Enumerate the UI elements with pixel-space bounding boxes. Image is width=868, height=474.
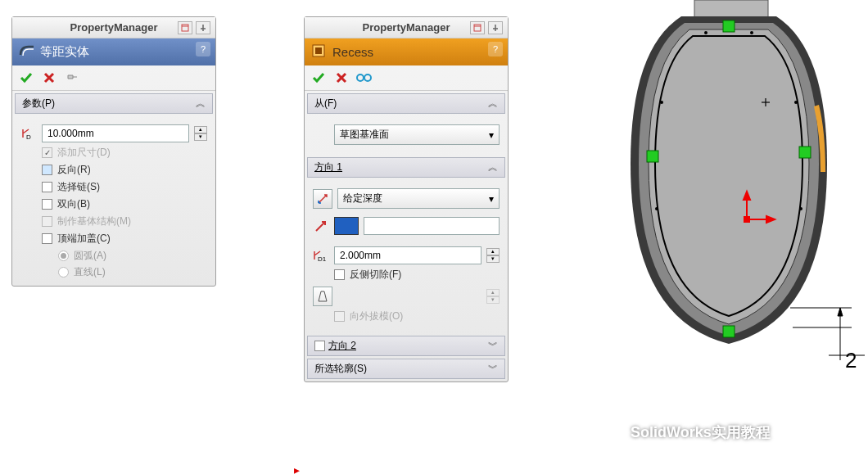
arc-radio-row: 圆弧(A)	[58, 249, 207, 263]
depth-icon: D1	[313, 249, 329, 262]
feature-title: 等距实体	[40, 44, 89, 60]
base-row: 制作基体结构(M)	[42, 214, 207, 228]
svg-point-15	[655, 207, 658, 210]
reverse-row[interactable]: 反向(R)	[42, 163, 207, 177]
draft-outward-checkbox	[334, 311, 345, 322]
select-chain-row[interactable]: 选择链(S)	[42, 180, 207, 194]
svg-point-13	[660, 101, 663, 104]
feature-title-bar: Recess ?	[305, 38, 508, 65]
dimension-value: 2	[845, 348, 857, 373]
dir1-body: 给定深度 ▾ D1 ▴▾ 反侧切除(F) ▴▾ 向外拔模(O)	[305, 180, 508, 333]
pm-title: PropertyManager	[70, 21, 158, 34]
svg-rect-19	[799, 147, 811, 158]
preview-button[interactable]	[355, 69, 373, 87]
svg-rect-20	[723, 326, 735, 337]
cancel-button[interactable]	[332, 69, 350, 87]
reverse-direction-button[interactable]	[313, 189, 332, 209]
pushpin-button[interactable]	[63, 69, 81, 87]
pm-header: PropertyManager	[305, 17, 508, 38]
chevron-down-icon: ▾	[489, 193, 494, 205]
collapse-icon: ︽	[488, 160, 498, 174]
help-button[interactable]: ?	[488, 42, 503, 56]
line-radio	[58, 267, 69, 278]
feature-title: Recess	[332, 45, 373, 59]
contour-header[interactable]: 所选轮廓(S) ︾	[307, 359, 505, 379]
cap-checkbox[interactable]	[42, 233, 52, 244]
dir2-header[interactable]: 方向 2 ︾	[307, 336, 505, 356]
depth-input[interactable]	[334, 246, 481, 264]
pm-header: PropertyManager	[12, 17, 215, 38]
base-checkbox	[42, 216, 52, 227]
offset-entities-panel: PropertyManager 等距实体 ? 参数(P) ︽ D ▴▾ 添加尺寸…	[11, 16, 216, 287]
draft-button[interactable]	[313, 287, 332, 306]
chevron-down-icon: ▾	[489, 129, 494, 141]
svg-rect-0	[182, 25, 188, 31]
svg-point-37	[617, 433, 618, 435]
dir1-header[interactable]: 方向 1 ︽	[307, 157, 505, 178]
svg-point-12	[750, 31, 753, 34]
pin-icon[interactable]	[488, 21, 503, 34]
end-condition-dropdown[interactable]: 给定深度 ▾	[337, 188, 500, 209]
expand-icon: ︾	[488, 362, 498, 376]
svg-rect-17	[723, 20, 735, 32]
cancel-button[interactable]	[40, 69, 58, 87]
action-row	[305, 65, 508, 91]
svg-rect-18	[647, 151, 658, 162]
dock-icon[interactable]	[470, 21, 485, 34]
from-header[interactable]: 从(F) ︽	[307, 93, 505, 114]
svg-point-35	[610, 429, 612, 431]
model-view	[606, 0, 868, 377]
cut-extrude-icon	[311, 43, 328, 61]
from-dropdown[interactable]: 草图基准面 ▾	[334, 124, 500, 145]
dock-icon[interactable]	[178, 21, 192, 34]
svg-point-7	[357, 74, 364, 81]
svg-point-36	[615, 429, 617, 431]
help-button[interactable]: ?	[196, 42, 210, 56]
line-radio-row: 直线(L)	[58, 265, 207, 279]
wechat-icon	[606, 423, 624, 441]
collapse-icon: ︽	[488, 97, 498, 111]
direction-arrow-icon	[313, 219, 329, 233]
flip-side-checkbox[interactable]	[334, 269, 345, 280]
cap-row[interactable]: 顶端加盖(C)	[42, 232, 207, 246]
svg-rect-6	[315, 47, 322, 54]
bidir-row[interactable]: 双向(B)	[42, 197, 207, 211]
ok-button[interactable]	[310, 69, 328, 87]
svg-text:D1: D1	[318, 255, 327, 262]
pin-icon[interactable]	[196, 21, 210, 34]
svg-point-16	[799, 207, 802, 210]
pm-title: PropertyManager	[363, 21, 450, 34]
svg-rect-27	[744, 216, 750, 223]
reverse-checkbox[interactable]	[42, 165, 52, 175]
bidir-checkbox[interactable]	[42, 199, 52, 210]
watermark: SolidWorks实用教程	[606, 422, 771, 442]
params-header[interactable]: 参数(P) ︽	[15, 93, 213, 114]
direction-ref-input[interactable]	[364, 217, 500, 235]
dir2-checkbox[interactable]	[314, 341, 325, 351]
arc-radio	[58, 251, 69, 261]
selection-color[interactable]	[334, 217, 359, 235]
distance-icon: D	[20, 127, 37, 140]
graphics-viewport[interactable]	[606, 0, 868, 377]
from-body: 草图基准面 ▾	[305, 116, 508, 155]
params-body: D ▴▾ 添加尺寸(D) 反向(R) 选择链(S) 双向(B) 制作基体结构(M…	[12, 116, 215, 286]
depth-spinner[interactable]: ▴▾	[486, 248, 500, 263]
distance-spinner[interactable]: ▴▾	[194, 126, 207, 141]
svg-point-8	[364, 74, 371, 81]
feature-title-bar: 等距实体 ?	[12, 38, 215, 65]
expand-icon: ︾	[488, 339, 498, 353]
ok-button[interactable]	[17, 69, 35, 87]
svg-point-14	[794, 101, 798, 104]
add-dim-checkbox	[42, 147, 52, 158]
offset-icon	[19, 43, 35, 61]
draft-spinner[interactable]: ▴▾	[486, 289, 500, 304]
origin-marker-icon: ▸	[294, 463, 300, 474]
flip-side-row[interactable]: 反侧切除(F)	[334, 268, 500, 282]
svg-point-38	[621, 433, 622, 435]
distance-input[interactable]	[42, 124, 189, 142]
svg-text:D: D	[26, 133, 31, 140]
collapse-icon: ︽	[196, 97, 206, 111]
svg-rect-10	[694, 0, 768, 18]
add-dim-row: 添加尺寸(D)	[42, 146, 207, 160]
select-chain-checkbox[interactable]	[42, 182, 52, 192]
